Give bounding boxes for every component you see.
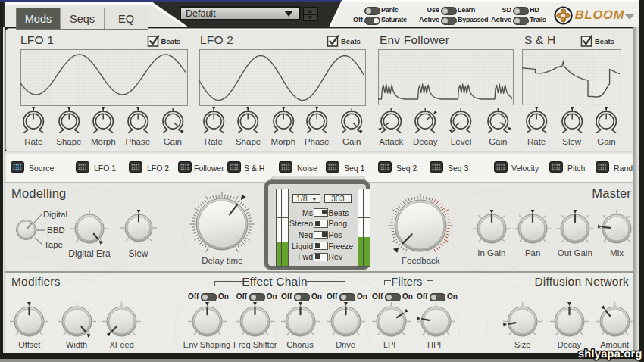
svg-text:shlyapa.org: shlyapa.org [578, 348, 642, 360]
